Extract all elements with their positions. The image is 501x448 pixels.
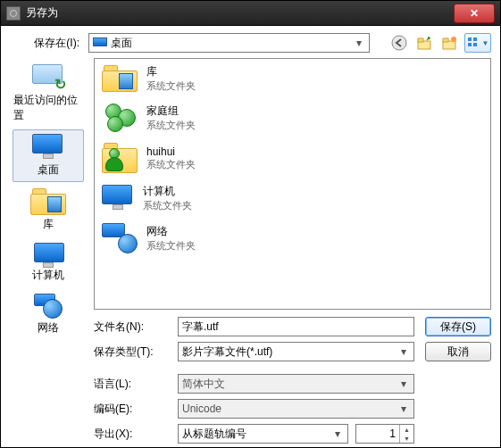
window-title: 另存为 (26, 5, 454, 21)
main-area: 库 系统文件夹 家庭组 系统文件夹 (94, 58, 491, 444)
desktop-icon (32, 134, 64, 161)
chevron-down-icon: ▾ (396, 344, 412, 359)
export-track-number-stepper[interactable]: 1 ▲ ▼ (355, 424, 414, 444)
export-label: 导出(X): (94, 427, 171, 442)
language-label: 语言(L): (94, 377, 171, 392)
new-folder-icon (441, 35, 457, 51)
export-select[interactable]: 从标题轨编号 ▾ (178, 424, 348, 444)
svg-rect-4 (443, 38, 448, 42)
sidebar-item-network[interactable]: 网络 (13, 289, 84, 340)
svg-point-0 (392, 36, 406, 50)
desktop-icon (93, 37, 107, 48)
item-subtitle: 系统文件夹 (143, 199, 192, 212)
sidebar-item-libraries[interactable]: 库 (13, 184, 84, 236)
list-item[interactable]: 库 系统文件夹 (95, 59, 490, 98)
client-area: 保存在(I): 桌面 ▾ ▼ (1, 26, 500, 447)
item-name: 库 (146, 64, 196, 79)
cancel-button[interactable]: 取消 (425, 342, 491, 361)
item-name: 计算机 (143, 184, 192, 199)
file-list[interactable]: 库 系统文件夹 家庭组 系统文件夹 (94, 58, 491, 310)
homegroup-icon (102, 104, 138, 132)
svg-rect-8 (468, 43, 472, 46)
svg-rect-6 (468, 37, 472, 41)
back-button[interactable] (389, 33, 409, 53)
chevron-down-icon: ▾ (396, 377, 412, 391)
filetype-select[interactable]: 影片字幕文件(*.utf) ▾ (178, 342, 414, 361)
up-one-level-icon (416, 35, 432, 51)
chevron-up-icon[interactable]: ▲ (400, 425, 413, 434)
save-as-dialog: 另存为 ✕ 保存在(I): 桌面 ▾ ▼ (0, 0, 501, 448)
item-subtitle: 系统文件夹 (146, 79, 196, 93)
network-icon (102, 223, 138, 253)
chevron-down-icon: ▾ (396, 402, 412, 416)
list-item[interactable]: 计算机 系统文件夹 (95, 178, 490, 218)
close-button[interactable]: ✕ (454, 4, 495, 23)
chevron-down-icon: ▾ (330, 427, 346, 441)
recent-places-icon: ↻ (32, 64, 64, 91)
filetype-label: 保存类型(T): (94, 344, 171, 360)
sidebar-item-label: 桌面 (38, 162, 59, 178)
computer-icon (102, 185, 134, 212)
save-button-label: 保存(S) (440, 319, 476, 335)
new-folder-button[interactable] (439, 33, 459, 53)
chevron-down-icon[interactable]: ▼ (400, 434, 413, 443)
save-button[interactable]: 保存(S) (425, 317, 491, 336)
chevron-down-icon: ▾ (351, 36, 367, 50)
svg-rect-9 (473, 43, 477, 46)
list-item[interactable]: 家庭组 系统文件夹 (95, 98, 490, 137)
stepper-value: 1 (356, 427, 399, 440)
user-folder-icon (102, 143, 138, 173)
form-rows: 文件名(N): 保存(S) 保存类型(T): 影片字幕文件(*.utf) ▾ 取… (94, 317, 491, 444)
sidebar-item-recent[interactable]: ↻ 最近访问的位置 (13, 60, 84, 128)
language-select[interactable]: 简体中文 ▾ (178, 374, 414, 394)
list-item[interactable]: 网络 系统文件夹 (95, 218, 490, 259)
encoding-value: Unicode (182, 402, 221, 415)
item-name: huihui (146, 145, 196, 158)
filename-input[interactable] (178, 317, 414, 336)
network-icon (34, 294, 63, 319)
item-subtitle: 系统文件夹 (146, 158, 196, 171)
item-subtitle: 系统文件夹 (146, 119, 196, 132)
filename-label: 文件名(N): (94, 319, 171, 335)
item-name: 网络 (146, 224, 196, 239)
encoding-label: 编码(E): (94, 402, 171, 417)
libraries-icon (30, 188, 66, 215)
view-menu-icon (467, 37, 481, 49)
view-button[interactable]: ▼ (464, 33, 491, 53)
sidebar-item-label: 最近访问的位置 (13, 93, 83, 123)
places-sidebar: ↻ 最近访问的位置 桌面 库 计算机 (10, 58, 87, 444)
sidebar-item-computer[interactable]: 计算机 (13, 238, 84, 287)
sidebar-item-desktop[interactable]: 桌面 (13, 129, 84, 182)
svg-rect-7 (473, 37, 477, 41)
item-name: 家庭组 (146, 104, 196, 119)
svg-point-5 (451, 37, 456, 42)
item-subtitle: 系统文件夹 (146, 239, 196, 253)
sidebar-item-label: 网络 (38, 320, 59, 336)
language-value: 简体中文 (182, 377, 225, 392)
titlebar: 另存为 ✕ (1, 1, 500, 26)
back-icon (391, 35, 407, 51)
filetype-value: 影片字幕文件(*.utf) (182, 344, 272, 360)
save-in-row: 保存在(I): 桌面 ▾ ▼ (10, 33, 491, 53)
libraries-icon (102, 65, 138, 92)
chevron-down-icon: ▼ (482, 39, 489, 47)
encoding-select[interactable]: Unicode ▾ (178, 399, 414, 419)
up-button[interactable] (414, 33, 434, 53)
list-item[interactable]: huihui 系统文件夹 (95, 137, 490, 178)
export-value: 从标题轨编号 (182, 427, 246, 442)
svg-rect-2 (418, 38, 423, 42)
app-icon (6, 6, 21, 21)
save-in-value: 桌面 (111, 36, 132, 51)
sidebar-item-label: 库 (43, 217, 54, 232)
computer-icon (34, 243, 63, 266)
sidebar-item-label: 计算机 (32, 268, 64, 283)
cancel-button-label: 取消 (447, 344, 469, 360)
save-in-combo[interactable]: 桌面 ▾ (88, 33, 370, 53)
close-icon: ✕ (470, 7, 479, 20)
save-in-label: 保存在(I): (10, 36, 83, 51)
